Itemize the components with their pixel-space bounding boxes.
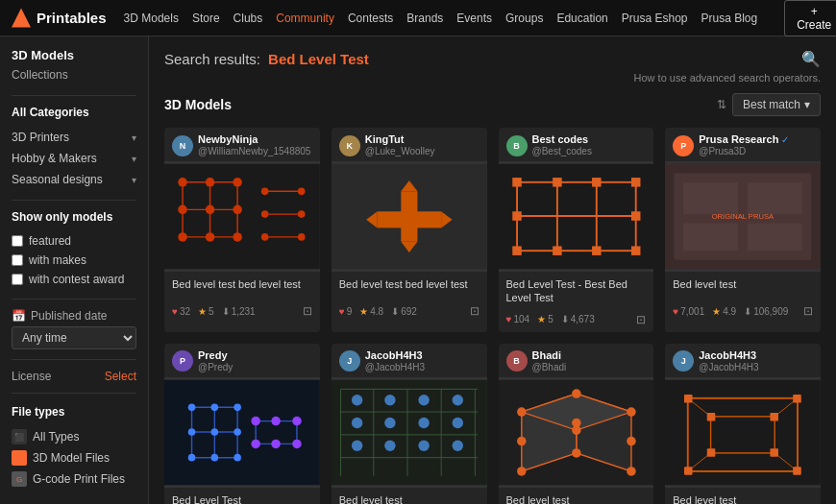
- svg-point-72: [211, 454, 219, 462]
- checkbox-contest-award[interactable]: with contest award: [12, 270, 136, 289]
- likes-stat: ♥ 104: [506, 314, 530, 324]
- sidebar-item-seasonal[interactable]: Seasonal designs ▾: [12, 169, 136, 190]
- author-name: Prusa Research: [699, 133, 778, 146]
- avatar: J: [339, 350, 360, 372]
- author-handle: @Bhadi: [532, 362, 567, 373]
- bookmark-icon: ⊡: [303, 304, 312, 318]
- sort-button[interactable]: Best match ▾: [732, 93, 821, 116]
- license-select-link[interactable]: Select: [105, 370, 136, 383]
- nav-groups[interactable]: Groups: [505, 12, 543, 25]
- model-card[interactable]: NNewbyNinja@WilliamNewby_1548805 Bed lev…: [164, 128, 320, 332]
- card-author: BBest codes@Best_codes: [499, 128, 654, 161]
- bookmark-button[interactable]: ⊡: [636, 313, 646, 326]
- svg-rect-0: [164, 164, 320, 269]
- svg-point-75: [271, 417, 281, 426]
- model-card[interactable]: JJacobH4H3@JacobH4H3 Bed level test⊡: [332, 344, 487, 504]
- checkbox-with-makes[interactable]: with makes: [12, 251, 136, 270]
- nav-brands[interactable]: Brands: [406, 12, 443, 25]
- svg-point-73: [234, 454, 241, 462]
- model-card[interactable]: PPrusa Research✓@Prusa3D ORIGINAL PRUSA …: [665, 128, 821, 332]
- published-date-select[interactable]: Any time: [12, 326, 136, 349]
- model-card[interactable]: BBhadi@Bhadi Bed level test⊡: [499, 344, 654, 504]
- nav-store[interactable]: Store: [192, 12, 220, 25]
- card-stats: ♥ 32 ★ 5 ⬇ 1,231 ⊡: [164, 300, 320, 324]
- model-card[interactable]: PPredy@Predy Bed Level Test⊡: [164, 344, 320, 504]
- license-row: License Select: [12, 370, 136, 383]
- svg-point-7: [178, 178, 187, 187]
- nav-education[interactable]: Education: [556, 12, 607, 25]
- sidebar-collections-link[interactable]: Collections: [12, 68, 136, 82]
- sort-chevron-icon: ▾: [804, 98, 810, 111]
- author-handle: @WilliamNewby_1548805: [198, 146, 310, 157]
- svg-point-12: [233, 205, 242, 215]
- search-button[interactable]: 🔍: [801, 50, 821, 68]
- nav-prusa-eshop[interactable]: Prusa Eshop: [622, 12, 688, 25]
- card-image: [164, 377, 320, 488]
- sidebar-models-link[interactable]: 3D Models: [12, 48, 136, 62]
- model-card[interactable]: KKingTut@Luke_Woolley Bed level test bed…: [332, 128, 487, 332]
- svg-rect-130: [771, 448, 779, 457]
- svg-point-22: [298, 211, 306, 219]
- card-stats: ♥ 7,001 ★ 4.9 ⬇ 106,909 ⊡: [665, 300, 821, 324]
- svg-point-78: [271, 440, 281, 449]
- downloads-count: 106,909: [753, 306, 788, 317]
- filetype-3dmodel[interactable]: ▲ 3D Model Files: [12, 447, 136, 468]
- card-image: [499, 377, 654, 488]
- svg-point-67: [234, 403, 241, 411]
- svg-rect-126: [793, 467, 801, 475]
- bookmark-button[interactable]: ⊡: [303, 304, 312, 318]
- advanced-search-link[interactable]: How to use advanced search operators.: [164, 72, 821, 84]
- bookmark-button[interactable]: ⊡: [803, 304, 813, 318]
- svg-rect-124: [793, 395, 801, 403]
- card-title: Bed Level Test: [164, 488, 320, 504]
- nav-contests[interactable]: Contests: [348, 12, 393, 25]
- author-handle: @JacobH4H3: [699, 362, 758, 373]
- downloads-count: 4,673: [571, 314, 595, 324]
- author-name: JacobH4H3: [365, 349, 423, 362]
- nav-clubs[interactable]: Clubs: [234, 12, 263, 25]
- model-card[interactable]: BBest codes@Best_codes Bed Level Te: [499, 128, 654, 332]
- nav-3dmodels[interactable]: 3D Models: [124, 12, 179, 25]
- model-card[interactable]: JJacobH4H3@JacobH4H3: [665, 344, 821, 504]
- svg-rect-127: [707, 413, 716, 421]
- license-label: License: [12, 370, 51, 383]
- filetype-gcode[interactable]: G G-code Print Files: [12, 468, 136, 490]
- checkbox-featured[interactable]: featured: [12, 231, 136, 251]
- sidebar-item-hobby[interactable]: Hobby & Makers ▾: [12, 148, 136, 169]
- star-icon: ★: [359, 306, 368, 317]
- svg-point-93: [452, 395, 462, 405]
- filetype-all[interactable]: ⬛ All Types: [12, 426, 136, 447]
- sidebar-categories-title: All Categories: [12, 106, 136, 119]
- card-image: [332, 377, 487, 488]
- svg-rect-42: [630, 211, 640, 221]
- logo[interactable]: Printables: [12, 9, 107, 28]
- svg-point-91: [384, 395, 395, 405]
- calendar-icon: 📅: [12, 309, 26, 323]
- nav-events[interactable]: Events: [456, 12, 492, 25]
- svg-point-97: [452, 418, 462, 428]
- card-title: Bed level test: [665, 488, 821, 504]
- author-handle: @Luke_Woolley: [365, 146, 435, 157]
- create-button[interactable]: + Create: [784, 0, 836, 36]
- nav-community[interactable]: Community: [276, 12, 334, 25]
- svg-rect-45: [592, 247, 602, 256]
- svg-rect-129: [707, 448, 716, 457]
- search-results-label: Search results:: [164, 51, 260, 67]
- nav-prusa-blog[interactable]: Prusa Blog: [701, 12, 757, 25]
- downloads-count: 692: [401, 306, 417, 317]
- download-icon: ⬇: [222, 306, 230, 317]
- search-header: Search results: Bed Level Test 🔍: [164, 50, 821, 68]
- svg-point-107: [572, 389, 581, 398]
- svg-point-69: [211, 428, 219, 436]
- search-query: Bed Level Test: [268, 51, 369, 67]
- svg-point-70: [234, 428, 241, 436]
- stars-count: 4.9: [723, 306, 736, 317]
- bookmark-button[interactable]: ⊡: [470, 304, 479, 318]
- bookmark-icon: ⊡: [636, 313, 646, 326]
- svg-point-11: [206, 205, 215, 215]
- svg-point-98: [352, 441, 362, 451]
- published-date-label: Published date: [31, 309, 107, 323]
- heart-icon: ♥: [673, 306, 678, 317]
- sidebar-item-3dprinters[interactable]: 3D Printers ▾: [12, 127, 136, 148]
- section-header: 3D Models ⇅ Best match ▾: [164, 93, 821, 116]
